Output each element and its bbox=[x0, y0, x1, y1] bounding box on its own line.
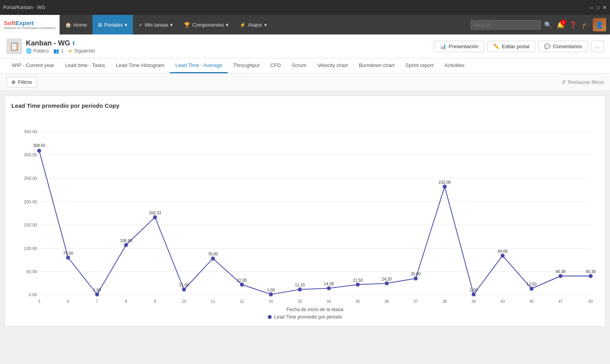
portal-actions: 📊 Presentación ✏️ Editar portal 💬 Coment… bbox=[434, 41, 604, 52]
atajos-dropdown-icon: ▾ bbox=[264, 22, 267, 28]
data-point-15 bbox=[472, 292, 476, 296]
portal-title-text: Kanban - WG bbox=[26, 39, 70, 47]
tabs-bar: WIP - Current year Lead time - Tasks Lea… bbox=[0, 58, 610, 74]
data-point-19 bbox=[589, 274, 593, 278]
svg-text:24.20: 24.20 bbox=[382, 277, 392, 281]
restore-label: Restaurar filtros bbox=[568, 79, 604, 85]
kanban-icon: 📋 bbox=[9, 42, 19, 51]
filter-plus-icon: ⊕ bbox=[11, 79, 16, 85]
settings-button[interactable]: 🎓 bbox=[580, 20, 591, 30]
presentation-button[interactable]: 📊 Presentación bbox=[434, 41, 484, 52]
comments-button[interactable]: 💬 Comentarios bbox=[538, 41, 588, 52]
portal-meta: 🌐 Público 👥 1 ★ Siguiendo bbox=[26, 48, 95, 54]
nav-componentes[interactable]: 🏆 Componentes ▾ bbox=[178, 15, 234, 34]
portal-following-text: Siguiendo bbox=[74, 48, 95, 54]
data-point-8 bbox=[269, 292, 273, 296]
tab-leadtime-average[interactable]: Lead Time - Average bbox=[170, 58, 228, 73]
legend-dot bbox=[268, 315, 272, 319]
avatar[interactable]: 👤 bbox=[593, 18, 606, 31]
svg-text:21.50: 21.50 bbox=[353, 278, 363, 283]
data-point-4 bbox=[153, 215, 157, 219]
svg-text:300.00: 300.00 bbox=[24, 152, 37, 157]
svg-text:22.00: 22.00 bbox=[237, 278, 247, 283]
comments-icon: 💬 bbox=[544, 43, 550, 49]
info-icon[interactable]: ℹ bbox=[73, 40, 74, 46]
comments-label: Comentarios bbox=[553, 43, 582, 49]
search-button[interactable]: 🔍 bbox=[543, 20, 554, 30]
svg-text:9: 9 bbox=[154, 299, 156, 304]
svg-text:8: 8 bbox=[125, 299, 127, 304]
help-button[interactable]: ❓ bbox=[568, 20, 579, 30]
portales-dropdown-icon: ▾ bbox=[125, 22, 127, 28]
svg-text:33: 33 bbox=[298, 299, 302, 304]
svg-text:40.38: 40.38 bbox=[556, 270, 566, 274]
data-point-9 bbox=[298, 288, 302, 292]
edit-portal-button[interactable]: ✏️ Editar portal bbox=[487, 41, 535, 52]
svg-text:45: 45 bbox=[529, 299, 534, 304]
svg-text:100.00: 100.00 bbox=[24, 246, 37, 251]
data-point-14 bbox=[443, 185, 447, 188]
svg-text:37: 37 bbox=[414, 299, 418, 304]
search-input[interactable] bbox=[470, 20, 541, 30]
star-icon: ★ bbox=[68, 48, 73, 54]
svg-text:166.33: 166.33 bbox=[149, 211, 161, 215]
portal-icon: 📋 bbox=[6, 38, 22, 54]
portal-visibility-text: Público bbox=[33, 48, 49, 54]
tab-wip[interactable]: WIP - Current year bbox=[6, 58, 60, 73]
legend-label: Lead Time promedio por periodo bbox=[274, 314, 342, 320]
svg-text:38: 38 bbox=[443, 299, 447, 304]
nav-mis-tareas[interactable]: ✓ Mis tareas ▾ bbox=[133, 15, 178, 34]
chart-legend: Lead Time promedio por periodo bbox=[11, 314, 599, 320]
svg-text:11: 11 bbox=[211, 299, 216, 304]
svg-text:34: 34 bbox=[327, 299, 331, 304]
restore-icon: ↺ bbox=[561, 79, 566, 85]
more-button[interactable]: ... bbox=[591, 41, 604, 52]
svg-text:308.50: 308.50 bbox=[33, 143, 45, 148]
nav-home-label: Home bbox=[73, 22, 87, 28]
tab-velocity-chart[interactable]: Velocity chart bbox=[312, 58, 353, 73]
notifications-button[interactable]: 🔔 1 bbox=[555, 20, 566, 30]
nav-portales[interactable]: ⊞ Portales ▾ bbox=[93, 15, 133, 34]
portal-following[interactable]: ★ Siguiendo bbox=[68, 48, 95, 54]
tab-sprint-report[interactable]: Sprint report bbox=[400, 58, 439, 73]
logo[interactable]: SoftExpert Software for Performance Exce… bbox=[0, 15, 60, 34]
svg-text:1.00: 1.00 bbox=[93, 288, 101, 292]
data-point-3 bbox=[124, 243, 128, 247]
data-point-0 bbox=[37, 148, 41, 152]
portal-visibility: 🌐 Público bbox=[26, 48, 49, 54]
minimize-button[interactable]: ─ bbox=[590, 5, 593, 11]
tab-leadtime-tasks[interactable]: Lead time - Tasks bbox=[60, 58, 111, 73]
tab-activities[interactable]: Activities bbox=[439, 58, 470, 73]
svg-text:7: 7 bbox=[96, 299, 98, 304]
tab-cfd[interactable]: CFD bbox=[265, 58, 287, 73]
tab-throughput[interactable]: Throughput bbox=[228, 58, 265, 73]
logo-expert: Expert bbox=[15, 20, 34, 26]
svg-text:0.00: 0.00 bbox=[29, 292, 37, 297]
filter-button[interactable]: ⊕ Filtros bbox=[6, 77, 37, 87]
restore-filters-button[interactable]: ↺ Restaurar filtros bbox=[561, 79, 604, 85]
maximize-button[interactable]: □ bbox=[596, 5, 599, 11]
filter-bar: ⊕ Filtros ↺ Restaurar filtros bbox=[0, 74, 610, 91]
svg-text:12: 12 bbox=[240, 299, 244, 304]
logo-tagline: Software for Performance Excellence bbox=[4, 26, 56, 30]
tab-burndown[interactable]: Burndown chart bbox=[353, 58, 400, 73]
tab-scrum[interactable]: Scrum bbox=[286, 58, 312, 73]
chart-area: 350.00 300.00 250.00 200.00 150.00 100.0… bbox=[11, 115, 599, 311]
logo-soft: Soft bbox=[4, 20, 15, 26]
svg-text:50.00: 50.00 bbox=[26, 269, 37, 274]
svg-text:150.00: 150.00 bbox=[24, 223, 37, 227]
portal-members: 👥 1 bbox=[53, 48, 64, 54]
data-point-16 bbox=[501, 254, 505, 257]
data-point-18 bbox=[559, 274, 563, 278]
tab-leadtime-histogram[interactable]: Lead Time Histogram bbox=[111, 58, 170, 73]
members-icon: 👥 bbox=[53, 48, 59, 54]
nav-home[interactable]: 🏠 Home bbox=[60, 15, 93, 34]
notification-badge: 1 bbox=[561, 20, 566, 25]
nav-atajos[interactable]: ⚡ Atajos ▾ bbox=[234, 15, 272, 34]
data-point-1 bbox=[66, 255, 70, 259]
svg-text:39: 39 bbox=[472, 299, 476, 304]
svg-text:350.00: 350.00 bbox=[24, 129, 37, 134]
svg-text:47: 47 bbox=[558, 299, 563, 304]
close-button[interactable]: ✕ bbox=[603, 5, 607, 11]
data-point-2 bbox=[95, 292, 99, 296]
